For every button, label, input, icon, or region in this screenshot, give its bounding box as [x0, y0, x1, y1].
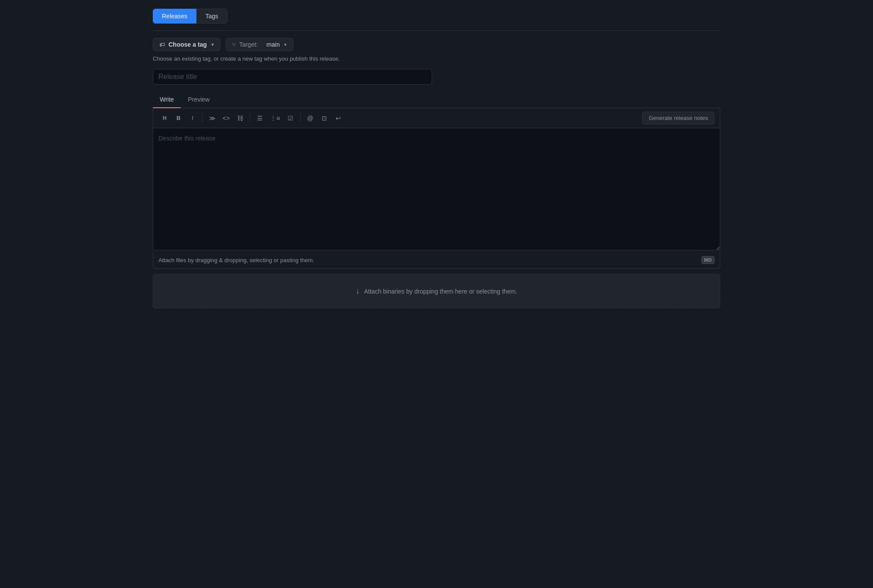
- release-description-textarea[interactable]: [153, 128, 720, 250]
- target-value: main: [267, 41, 280, 48]
- reply-button[interactable]: ↩: [332, 112, 344, 124]
- generate-release-notes-button[interactable]: Generate release notes: [642, 112, 715, 124]
- download-arrow-icon: ↓: [356, 287, 360, 296]
- bullet-list-icon: ☰: [257, 115, 263, 121]
- markdown-badge: MD: [701, 256, 715, 264]
- quote-icon: ≫: [209, 115, 216, 121]
- bullet-list-button[interactable]: ☰: [254, 112, 266, 124]
- target-button[interactable]: ⑂ Target: main ▾: [226, 38, 293, 51]
- tab-tags[interactable]: Tags: [196, 9, 227, 24]
- target-chevron-icon: ▾: [284, 42, 287, 48]
- choose-tag-label: Choose a tag: [168, 41, 207, 48]
- branch-icon: ⑂: [232, 41, 236, 48]
- link-icon: ⛓: [237, 115, 243, 121]
- tag-icon: 🏷: [159, 41, 165, 48]
- quote-button[interactable]: ≫: [206, 112, 218, 124]
- choose-tag-button[interactable]: 🏷 Choose a tag ▾: [153, 38, 220, 51]
- mention-icon: @: [307, 115, 313, 121]
- reference-button[interactable]: ⊡: [318, 112, 330, 124]
- bold-icon: B: [176, 115, 180, 121]
- tab-releases[interactable]: Releases: [153, 9, 196, 24]
- mention-button[interactable]: @: [304, 112, 316, 124]
- attach-files-text: Attach files by dragging & dropping, sel…: [158, 257, 314, 263]
- attach-files-bar: Attach files by dragging & dropping, sel…: [153, 252, 720, 269]
- reference-icon: ⊡: [322, 115, 327, 121]
- tag-target-row: 🏷 Choose a tag ▾ ⑂ Target: main ▾: [153, 38, 720, 51]
- editor-tabs: Write Preview: [153, 92, 720, 108]
- link-button[interactable]: ⛓: [234, 112, 246, 124]
- code-button[interactable]: <>: [220, 112, 232, 124]
- task-list-icon: ☑: [288, 115, 293, 121]
- tag-chevron-icon: ▾: [211, 42, 214, 48]
- bold-button[interactable]: B: [172, 112, 185, 124]
- numbered-list-button[interactable]: ⋮≡: [268, 112, 282, 124]
- editor-toolbar: H B I ≫ <> ⛓: [153, 108, 720, 128]
- heading-icon: H: [163, 116, 167, 121]
- divider: [153, 31, 720, 31]
- toolbar-sep-2: [250, 114, 250, 123]
- reply-icon: ↩: [336, 115, 341, 121]
- italic-button[interactable]: I: [186, 112, 199, 124]
- attach-binaries-area[interactable]: ↓ Attach binaries by dropping them here …: [153, 274, 720, 308]
- numbered-list-icon: ⋮≡: [270, 115, 280, 121]
- toolbar-sep-1: [202, 114, 203, 123]
- heading-button[interactable]: H: [158, 112, 171, 124]
- tab-bar: Releases Tags: [153, 9, 720, 24]
- release-title-input[interactable]: [153, 69, 432, 85]
- target-prefix: Target:: [239, 41, 258, 48]
- tab-write[interactable]: Write: [153, 92, 181, 108]
- toolbar-left: H B I ≫ <> ⛓: [158, 112, 344, 124]
- tag-help-text: Choose an existing tag, or create a new …: [153, 55, 720, 62]
- task-list-button[interactable]: ☑: [285, 112, 297, 124]
- attach-binaries-text: Attach binaries by dropping them here or…: [364, 288, 517, 295]
- toolbar-sep-3: [300, 114, 301, 123]
- editor-container: Write Preview H B I ≫ <>: [153, 92, 720, 269]
- italic-icon: I: [192, 115, 193, 121]
- code-icon: <>: [223, 115, 230, 121]
- tab-preview[interactable]: Preview: [181, 92, 217, 108]
